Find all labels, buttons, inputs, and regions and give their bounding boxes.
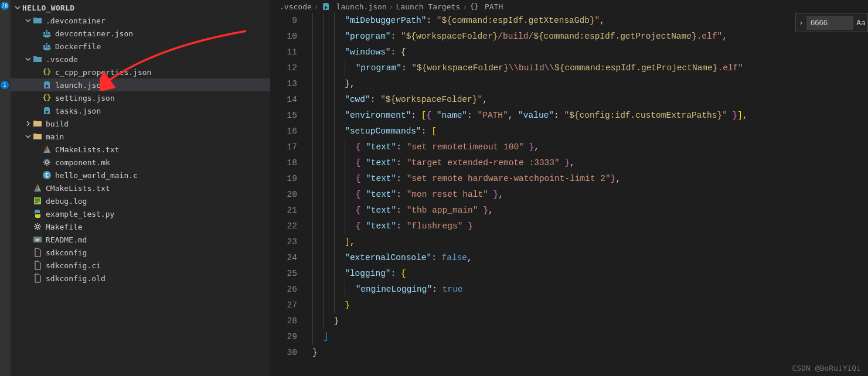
code-line[interactable]: "program": "${workspaceFolder}/build/${c… xyxy=(312,29,868,45)
chevron-down-icon[interactable] xyxy=(23,16,33,25)
tree-item-sdkconfig-old[interactable]: sdkconfig.old xyxy=(11,272,270,285)
debug-icon xyxy=(321,2,331,11)
c-icon: C xyxy=(42,170,52,180)
find-widget[interactable]: › Aa xyxy=(795,13,868,32)
tree-item-sdkconfig[interactable]: sdkconfig xyxy=(11,246,270,259)
code-line[interactable]: "externalConsole": false, xyxy=(312,250,868,266)
folder-icon xyxy=(33,132,42,141)
svg-rect-0 xyxy=(43,32,45,34)
folder-teal-icon xyxy=(33,16,42,25)
breadcrumb-item[interactable]: PATH xyxy=(485,2,503,11)
tree-label: Makefile xyxy=(46,223,83,231)
tree-item-dockerfile[interactable]: Dockerfile xyxy=(11,40,270,53)
breadcrumb-item[interactable]: .vscode xyxy=(280,2,312,11)
code-line[interactable]: "logging": { xyxy=(312,266,868,282)
tree-item-readme-md[interactable]: REREADME.md xyxy=(11,233,270,246)
code-line[interactable]: "miDebuggerPath": "${command:espIdf.getX… xyxy=(312,13,868,29)
tree-label: tasks.json xyxy=(55,107,101,115)
chevron-down-icon[interactable] xyxy=(13,3,22,12)
chevron-right-icon[interactable]: › xyxy=(796,13,806,32)
explorer-sidebar[interactable]: HELLO_WORLD.devcontainerdevcontainer.jso… xyxy=(11,0,270,376)
tree-label: c_cpp_properties.json xyxy=(55,68,151,77)
code-line[interactable]: "cwd": "${workspaceFolder}", xyxy=(312,92,868,108)
tree-item-cmakelists-txt[interactable]: CMakeLists.txt xyxy=(11,143,270,156)
badge-1: 1 xyxy=(1,81,9,89)
tree-item-settings-json[interactable]: {}settings.json xyxy=(11,91,270,104)
match-case-icon[interactable]: Aa xyxy=(855,16,867,29)
code-line[interactable]: "program": "${workspaceFolder}\\build\\$… xyxy=(312,60,868,76)
badge-78: 78 xyxy=(1,2,9,10)
log-icon xyxy=(33,196,42,206)
code-line[interactable]: ], xyxy=(312,234,868,250)
svg-point-8 xyxy=(46,161,49,164)
debug-icon xyxy=(42,80,52,90)
tree-item--vscode[interactable]: .vscode xyxy=(11,53,270,66)
tree-label: .vscode xyxy=(46,55,78,64)
code-line[interactable]: { "text": "flushregs" } xyxy=(312,218,868,234)
tree-item-component-mk[interactable]: component.mk xyxy=(11,156,270,169)
folder-teal-icon xyxy=(33,54,42,64)
activity-bar[interactable]: 78 1 xyxy=(0,0,11,376)
explorer-root[interactable]: HELLO_WORLD xyxy=(11,1,270,14)
code-line[interactable]: { "text": "thb app_main" }, xyxy=(312,203,868,218)
tree-item-c-cpp-properties-json[interactable]: {}c_cpp_properties.json xyxy=(11,66,270,78)
code-line[interactable]: { "text": "set remote hardware-watchpoin… xyxy=(312,171,868,187)
chevron-down-icon[interactable] xyxy=(23,54,33,64)
tree-item-makefile[interactable]: Makefile xyxy=(11,220,270,233)
breadcrumbs[interactable]: .vscode›launch.json›Launch Targets›{}PAT… xyxy=(270,0,868,13)
code-line[interactable]: ] xyxy=(312,329,868,345)
svg-rect-5 xyxy=(46,45,47,47)
tree-item-sdkconfig-ci[interactable]: sdkconfig.ci xyxy=(11,259,270,272)
svg-rect-2 xyxy=(46,30,47,32)
tree-item-cmakelists-txt[interactable]: CMakeLists.txt xyxy=(11,182,270,194)
code-line[interactable]: "engineLogging": true xyxy=(312,282,868,298)
root-label: HELLO_WORLD xyxy=(22,4,74,12)
cmake-icon xyxy=(42,145,52,154)
code-editor[interactable]: 9101112131415161718192021222324252627282… xyxy=(270,13,868,376)
code-line[interactable]: { "text": "mon reset halt" }, xyxy=(312,187,868,203)
tree-item-debug-log[interactable]: debug.log xyxy=(11,194,270,207)
tree-item-devcontainer-json[interactable]: devcontainer.json xyxy=(11,27,270,40)
tree-item-build[interactable]: build xyxy=(11,117,270,130)
tree-label: CMakeLists.txt xyxy=(46,184,110,193)
breadcrumb-item[interactable]: Launch Targets xyxy=(396,2,461,11)
svg-text:RE: RE xyxy=(35,238,40,242)
tree-item-tasks-json[interactable]: tasks.json xyxy=(11,104,270,117)
tree-label: sdkconfig.old xyxy=(46,274,105,283)
svg-rect-4 xyxy=(43,45,45,47)
tree-label: main xyxy=(46,132,64,141)
docker-icon xyxy=(42,42,52,51)
file-icon xyxy=(33,248,42,257)
code-line[interactable]: } xyxy=(312,298,868,313)
tree-item--devcontainer[interactable]: .devcontainer xyxy=(11,14,270,27)
tree-label: launch.json xyxy=(55,81,105,90)
code-line[interactable]: }, xyxy=(312,76,868,92)
code-line[interactable]: "environment": [{ "name": "PATH", "value… xyxy=(312,108,868,124)
code-line[interactable]: "windows": { xyxy=(312,45,868,60)
tree-item-launch-json[interactable]: launch.json xyxy=(11,78,270,91)
breadcrumb-item[interactable]: launch.json xyxy=(336,2,387,11)
tree-label: hello_world_main.c xyxy=(55,171,138,180)
tree-item-main[interactable]: main xyxy=(11,130,270,143)
svg-rect-3 xyxy=(48,32,50,34)
svg-rect-6 xyxy=(46,43,47,45)
tree-label: CMakeLists.txt xyxy=(55,145,120,154)
find-input[interactable] xyxy=(806,16,853,30)
tree-item-hello-world-main-c[interactable]: Chello_world_main.c xyxy=(11,169,270,182)
gear-icon xyxy=(42,158,52,167)
chevron-right-icon[interactable] xyxy=(23,119,33,128)
svg-text:C: C xyxy=(45,172,49,179)
tree-label: sdkconfig xyxy=(46,248,87,257)
code-line[interactable]: "setupCommands": [ xyxy=(312,124,868,139)
code-line[interactable]: } xyxy=(312,313,868,329)
code-line[interactable]: { "text": "set remotetimeout 100" }, xyxy=(312,139,868,155)
tree-label: example_test.py xyxy=(46,210,114,218)
tree-label: .devcontainer xyxy=(46,16,105,25)
chevron-down-icon[interactable] xyxy=(23,132,33,141)
code-line[interactable]: { "text": "target extended-remote :3333"… xyxy=(312,155,868,171)
file-icon xyxy=(33,274,42,283)
code-line[interactable]: } xyxy=(312,345,868,361)
debug-icon xyxy=(42,106,52,115)
tree-item-example-test-py[interactable]: example_test.py xyxy=(11,207,270,220)
json-icon: {} xyxy=(42,67,52,77)
